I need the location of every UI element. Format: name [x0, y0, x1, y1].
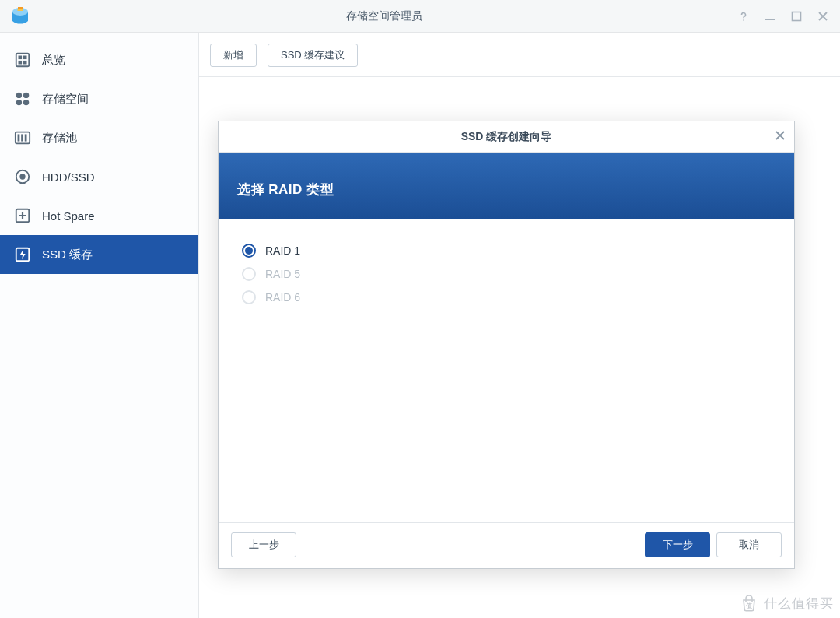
watermark-icon: 值	[739, 593, 759, 613]
sidebar: 总览 存储空间 存储池 HDD/SSD Hot Spare SSD 缓存	[0, 33, 199, 618]
help-icon[interactable]	[737, 10, 750, 23]
svg-point-12	[23, 93, 29, 98]
sidebar-item-label: SSD 缓存	[42, 248, 93, 262]
svg-rect-18	[25, 134, 27, 141]
next-button[interactable]: 下一步	[645, 532, 710, 557]
svg-rect-16	[18, 134, 20, 141]
window-title: 存储空间管理员	[31, 9, 737, 23]
volume-icon	[14, 90, 31, 107]
sidebar-item-label: 总览	[42, 53, 65, 68]
sidebar-item-label: Hot Spare	[42, 209, 95, 223]
svg-rect-2	[18, 9, 23, 11]
sidebar-item-label: 存储空间	[42, 92, 89, 107]
radio-icon	[242, 267, 256, 281]
svg-point-3	[743, 19, 744, 21]
dialog-title: SSD 缓存创建向导	[461, 130, 552, 144]
radio-label: RAID 6	[265, 291, 300, 304]
svg-rect-8	[23, 56, 27, 60]
maximize-icon[interactable]	[790, 10, 803, 23]
svg-rect-7	[19, 56, 23, 60]
ssd-cache-icon	[14, 246, 31, 263]
overview-icon	[14, 51, 31, 68]
svg-rect-17	[21, 134, 23, 141]
sidebar-item-label: HDD/SSD	[42, 170, 95, 184]
svg-rect-4	[765, 19, 775, 20]
svg-rect-10	[23, 61, 27, 65]
dialog-title-bar: SSD 缓存创建向导	[219, 121, 794, 153]
sidebar-item-hotspare[interactable]: Hot Spare	[0, 196, 198, 235]
watermark-text: 什么值得买	[764, 595, 834, 613]
toolbar: 新增 SSD 缓存建议	[199, 33, 840, 77]
svg-rect-1	[18, 7, 23, 9]
app-icon	[9, 5, 31, 27]
svg-rect-5	[793, 12, 801, 20]
radio-label: RAID 1	[265, 244, 300, 257]
svg-rect-6	[16, 54, 30, 67]
window-controls	[737, 10, 834, 23]
hotspare-icon	[14, 207, 31, 224]
sidebar-item-volume[interactable]: 存储空间	[0, 79, 198, 118]
dialog-body: RAID 1 RAID 5 RAID 6	[219, 219, 794, 522]
cancel-button[interactable]: 取消	[716, 532, 782, 557]
sidebar-item-overview[interactable]: 总览	[0, 40, 198, 79]
ssd-advice-button[interactable]: SSD 缓存建议	[268, 44, 358, 67]
back-button[interactable]: 上一步	[231, 532, 296, 557]
sidebar-item-ssd-cache[interactable]: SSD 缓存	[0, 235, 198, 274]
sidebar-item-pool[interactable]: 存储池	[0, 118, 198, 157]
watermark: 值 什么值得买	[739, 593, 834, 613]
minimize-icon[interactable]	[764, 10, 776, 23]
raid-option-raid5: RAID 5	[242, 262, 771, 286]
raid-option-raid6: RAID 6	[242, 286, 771, 309]
sidebar-item-label: 存储池	[42, 131, 77, 146]
svg-point-13	[16, 100, 22, 105]
svg-point-14	[23, 100, 29, 105]
svg-point-11	[16, 93, 22, 98]
radio-icon	[242, 290, 256, 304]
pool-icon	[14, 129, 31, 146]
new-button[interactable]: 新增	[210, 44, 257, 67]
radio-label: RAID 5	[265, 268, 300, 280]
dialog-footer: 上一步 下一步 取消	[219, 522, 794, 568]
svg-point-20	[20, 174, 25, 179]
disk-icon	[14, 168, 31, 185]
ssd-cache-wizard-dialog: SSD 缓存创建向导 选择 RAID 类型 RAID 1 RAID 5	[218, 121, 795, 569]
raid-option-raid1[interactable]: RAID 1	[242, 239, 771, 262]
radio-icon[interactable]	[242, 244, 256, 258]
close-icon[interactable]	[817, 10, 829, 23]
window-title-bar: 存储空间管理员	[0, 0, 840, 33]
content-area: 新增 SSD 缓存建议 SSD 缓存创建向导 选择 RAID 类型 RAID 1	[199, 33, 840, 618]
dialog-close-icon[interactable]	[774, 129, 786, 144]
dialog-banner: 选择 RAID 类型	[219, 153, 794, 219]
dialog-heading: 选择 RAID 类型	[237, 181, 775, 198]
svg-text:值: 值	[745, 602, 753, 609]
svg-rect-9	[19, 61, 23, 65]
sidebar-item-hdd-ssd[interactable]: HDD/SSD	[0, 157, 198, 196]
